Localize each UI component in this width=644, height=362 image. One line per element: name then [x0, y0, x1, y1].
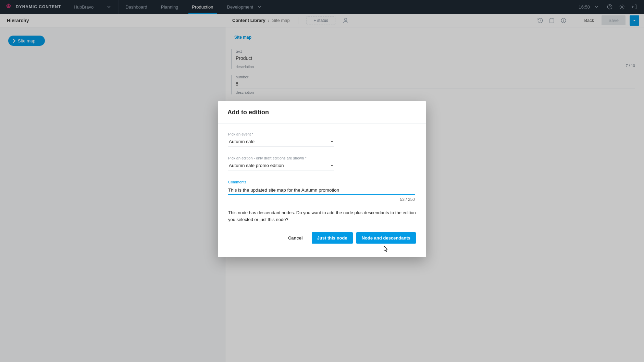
modal-actions: Cancel Just this node Node and descendan…	[228, 232, 416, 251]
modal-body: Pick an event * Autumn sale Pick an edit…	[218, 124, 426, 257]
event-label: Pick an event *	[228, 132, 416, 136]
event-field: Pick an event * Autumn sale	[228, 132, 416, 146]
btn-label: Just this node	[317, 235, 347, 241]
modal-title: Add to edition	[227, 109, 417, 116]
comments-count: 53 / 250	[228, 197, 415, 202]
add-to-edition-modal: Add to edition Pick an event * Autumn sa…	[218, 101, 426, 257]
edition-field: Pick an edition - only draft editions ar…	[228, 156, 416, 170]
node-and-descendants-button[interactable]: Node and descendants	[356, 232, 416, 244]
cancel-button[interactable]: Cancel	[283, 232, 308, 244]
btn-label: Cancel	[288, 235, 303, 241]
comments-input[interactable]	[228, 188, 415, 193]
descendants-text: This node has descendant nodes. Do you w…	[228, 209, 416, 223]
just-this-node-button[interactable]: Just this node	[312, 232, 353, 244]
edition-label: Pick an edition - only draft editions ar…	[228, 156, 416, 160]
btn-label: Node and descendants	[362, 235, 410, 241]
event-value: Autumn sale	[229, 139, 255, 144]
comments-input-wrap	[228, 186, 415, 195]
caret-down-icon	[330, 140, 334, 143]
edition-value: Autumn sale promo edition	[229, 163, 284, 168]
caret-down-icon	[330, 164, 334, 167]
comments-label: Comments	[228, 180, 416, 184]
modal-header: Add to edition	[218, 101, 426, 124]
modal-backdrop[interactable]: Add to edition Pick an event * Autumn sa…	[0, 0, 644, 362]
event-select[interactable]: Autumn sale	[228, 138, 334, 146]
comments-field: Comments 53 / 250	[228, 180, 416, 202]
edition-select[interactable]: Autumn sale promo edition	[228, 162, 334, 170]
